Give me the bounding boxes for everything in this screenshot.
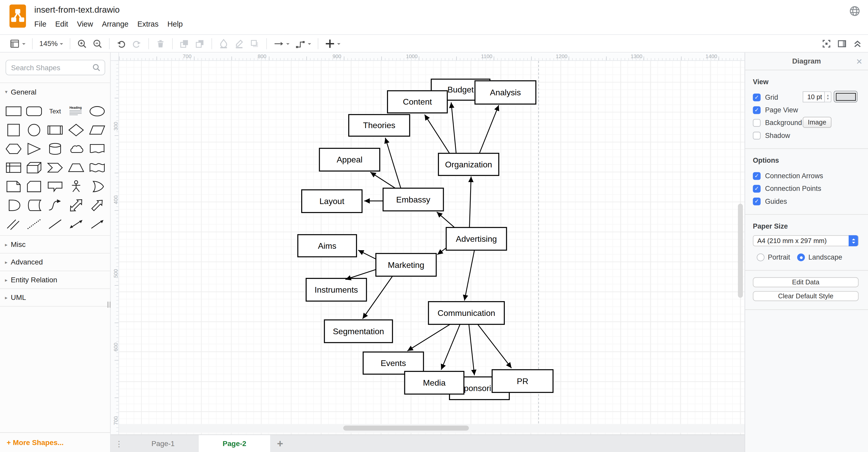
fullscreen-icon[interactable] — [822, 39, 832, 49]
section-advanced[interactable]: ▸Advanced — [0, 253, 110, 271]
format-panel-toggle-icon[interactable] — [837, 39, 847, 49]
shape-card[interactable] — [24, 179, 44, 193]
zoom-in-button[interactable] — [77, 38, 87, 49]
redo-button[interactable] — [132, 38, 142, 49]
node-marketing[interactable]: Marketing — [376, 253, 436, 276]
menu-file[interactable]: File — [34, 20, 46, 28]
shape-rounded-rectangle[interactable] — [24, 104, 44, 118]
shape-arrow[interactable] — [87, 198, 107, 212]
node-appeal[interactable]: Appeal — [319, 148, 380, 171]
page-view-button[interactable] — [9, 38, 25, 49]
shape-tape[interactable] — [87, 160, 107, 174]
edge-advertising-embassy[interactable] — [437, 212, 455, 228]
to-front-button[interactable] — [180, 38, 190, 49]
node-instruments[interactable]: Instruments — [306, 279, 367, 301]
clear-default-style-button[interactable]: Clear Default Style — [753, 291, 859, 301]
paper-size-select[interactable]: A4 (210 mm x 297 mm) — [753, 235, 859, 247]
shape-diamond[interactable] — [66, 123, 86, 137]
edge-advertising-communication[interactable] — [464, 250, 474, 301]
shape-cylinder[interactable] — [45, 142, 65, 156]
shape-process[interactable] — [45, 123, 65, 137]
shape-circle[interactable] — [24, 123, 44, 137]
collapse-toolbar-icon[interactable] — [852, 39, 863, 49]
shape-line[interactable] — [45, 217, 65, 231]
shape-actor[interactable] — [66, 179, 86, 193]
shape-curve[interactable] — [45, 198, 65, 212]
close-icon[interactable]: ✕ — [856, 57, 862, 66]
shape-parallelogram[interactable] — [87, 123, 107, 137]
format-panel-tab-diagram[interactable]: Diagram — [792, 57, 821, 65]
pages-menu-button[interactable]: ⋮ — [111, 435, 127, 452]
section-misc[interactable]: ▸Misc — [0, 236, 110, 254]
edge-advertising-organization[interactable] — [469, 177, 471, 228]
shadow-checkbox[interactable] — [753, 131, 761, 139]
shape-hexagon[interactable] — [3, 142, 23, 156]
background-image-button[interactable]: Image — [803, 117, 831, 128]
menu-extras[interactable]: Extras — [137, 20, 159, 28]
menu-view[interactable]: View — [77, 20, 93, 28]
section-uml[interactable]: ▸UML — [0, 289, 110, 307]
edge-communication-media[interactable] — [441, 324, 460, 370]
shape-note[interactable] — [3, 179, 23, 193]
shape-text[interactable]: Text — [45, 104, 65, 118]
edge-organization-analysis[interactable] — [479, 105, 499, 153]
shape-document[interactable] — [87, 142, 107, 156]
edge-organization-budget[interactable] — [451, 102, 456, 153]
guides-checkbox[interactable]: ✓ — [753, 197, 761, 205]
shape-link[interactable] — [3, 217, 23, 231]
vertical-scrollbar[interactable] — [738, 204, 743, 298]
drawing-canvas[interactable]: BudgetContentAnalysisTheoriesAppealOrgan… — [119, 61, 745, 434]
section-entity-relation[interactable]: ▸Entity Relation — [0, 271, 110, 289]
shape-bidirectional-connector[interactable] — [66, 217, 86, 231]
node-events[interactable]: Events — [363, 352, 424, 374]
node-embassy[interactable]: Embassy — [383, 188, 443, 211]
node-content[interactable]: Content — [388, 91, 447, 113]
add-page-button[interactable]: + — [270, 435, 290, 452]
shape-cloud[interactable] — [66, 142, 86, 156]
edge-communication-sponsoring[interactable] — [469, 324, 474, 375]
node-advertising[interactable]: Advertising — [446, 228, 506, 250]
shape-internal-storage[interactable] — [3, 160, 23, 174]
edge-embassy-theories[interactable] — [385, 138, 401, 188]
node-segmentation[interactable]: Segmentation — [324, 320, 393, 343]
node-pr[interactable]: PR — [492, 369, 553, 392]
grid-checkbox[interactable]: ✓ — [753, 93, 761, 101]
page-tab-page-1[interactable]: Page-1 — [127, 435, 199, 452]
edge-embassy-appeal[interactable] — [370, 172, 395, 188]
node-communication[interactable]: Communication — [429, 302, 504, 324]
line-color-button[interactable] — [234, 38, 244, 49]
insert-button[interactable] — [325, 38, 340, 49]
shape-cube[interactable] — [24, 160, 44, 174]
zoom-level-button[interactable]: 145% — [39, 39, 63, 47]
delete-button[interactable] — [156, 38, 166, 49]
fill-color-button[interactable] — [219, 38, 229, 49]
background-checkbox[interactable] — [753, 119, 761, 127]
connection-points-checkbox[interactable]: ✓ — [753, 185, 761, 192]
page-view-checkbox[interactable]: ✓ — [753, 106, 761, 114]
shape-or[interactable] — [87, 179, 107, 193]
shape-rectangle[interactable] — [3, 104, 23, 118]
node-media[interactable]: Media — [405, 372, 464, 394]
landscape-radio[interactable] — [797, 253, 805, 261]
menu-arrange[interactable]: Arrange — [102, 20, 128, 28]
to-back-button[interactable] — [195, 38, 205, 49]
grid-size-input[interactable] — [803, 91, 825, 102]
shape-directional-connector[interactable] — [87, 217, 107, 231]
node-layout[interactable]: Layout — [302, 190, 362, 213]
shape-textbox[interactable]: Heading — [66, 104, 86, 118]
node-analysis[interactable]: Analysis — [475, 81, 536, 104]
edge-advertising-marketing[interactable] — [437, 248, 446, 255]
more-shapes-button[interactable]: + More Shapes... — [7, 438, 64, 447]
horizontal-scrollbar[interactable] — [343, 426, 469, 430]
node-theories[interactable]: Theories — [349, 115, 410, 136]
shape-triangle[interactable] — [24, 142, 44, 156]
node-organization[interactable]: Organization — [438, 154, 499, 175]
shape-square[interactable] — [3, 123, 23, 137]
edge-communication-pr[interactable] — [478, 324, 512, 368]
shape-step[interactable] — [45, 160, 65, 174]
edge-marketing-segmentation[interactable] — [363, 276, 393, 319]
shape-bidirectional-arrow[interactable] — [66, 198, 86, 212]
language-globe-icon[interactable] — [849, 5, 860, 17]
portrait-radio[interactable] — [757, 253, 765, 261]
menu-help[interactable]: Help — [167, 20, 183, 28]
